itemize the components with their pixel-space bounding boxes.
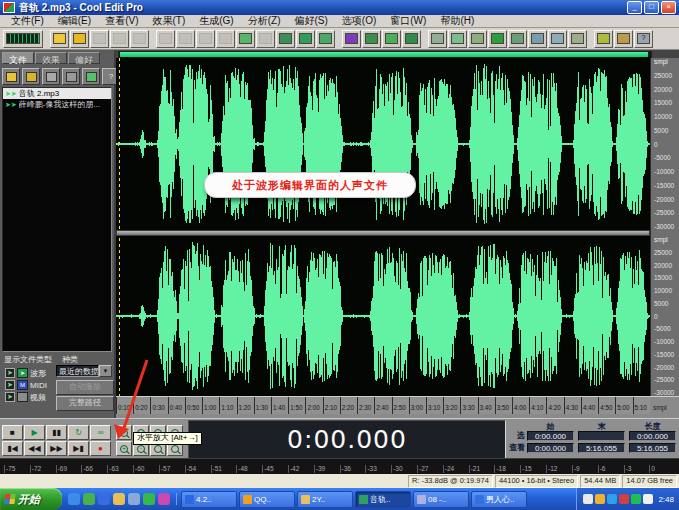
selection-length-field[interactable]: 0:00.000 (629, 431, 676, 441)
go-to-end-button[interactable]: ▶▮ (68, 441, 89, 456)
undo-button[interactable] (156, 30, 175, 48)
frequency-analysis-button[interactable] (528, 30, 547, 48)
qq-music-icon[interactable] (143, 493, 155, 505)
media-player-icon[interactable] (98, 493, 110, 505)
waveform-display[interactable] (116, 58, 650, 396)
start-button[interactable]: 开始 (0, 488, 62, 510)
play-looped-button[interactable]: ↻ (68, 425, 89, 440)
insert-into-cd-project-button[interactable] (82, 68, 100, 85)
new-file-button[interactable] (50, 30, 69, 48)
rewind-button[interactable]: ◀◀ (24, 441, 45, 456)
close-selected-file-button[interactable] (42, 68, 60, 85)
playback-cursor[interactable] (119, 58, 120, 396)
channel-splitter[interactable] (116, 230, 650, 236)
taskbar-task[interactable]: QQ.. (239, 491, 295, 508)
auto-play-button[interactable]: 自动播放 (56, 380, 114, 395)
close-file-button[interactable] (130, 30, 149, 48)
full-paths-button[interactable]: 完整路径 (56, 396, 114, 411)
phase-analysis-button[interactable] (548, 30, 567, 48)
pause-button[interactable]: ▮▮ (46, 425, 67, 440)
view-length-field[interactable]: 5:16.055 (629, 443, 676, 453)
im-icon[interactable] (607, 494, 617, 504)
taskbar-task[interactable]: 4.2.. (181, 491, 237, 508)
menu-item[interactable]: 查看(V) (98, 14, 145, 28)
input-method-icon[interactable] (643, 494, 653, 504)
show-desktop-icon[interactable] (128, 493, 140, 505)
cue-list-button[interactable] (382, 30, 401, 48)
antivirus-icon[interactable] (595, 494, 605, 504)
go-to-beginning-button[interactable]: ▮◀ (2, 441, 23, 456)
chevron-down-icon[interactable]: ▼ (99, 365, 112, 377)
batch-process-button[interactable] (448, 30, 467, 48)
scripts-button[interactable] (428, 30, 447, 48)
help-button[interactable]: ? (634, 30, 653, 48)
open-file-button[interactable] (2, 68, 20, 85)
editor-icon[interactable] (158, 493, 170, 505)
play-list-button[interactable] (402, 30, 421, 48)
timeline-ruler[interactable]: 0:100:200:300:400:501:001:101:201:301:40… (116, 396, 650, 414)
minimize-button[interactable]: _ (627, 1, 642, 14)
menu-item[interactable]: 窗口(W) (383, 14, 433, 28)
loop-preview-button[interactable] (508, 30, 527, 48)
menu-item[interactable]: 偏好(S) (287, 14, 334, 28)
open-append-button[interactable] (22, 68, 40, 85)
open-file-button[interactable] (70, 30, 89, 48)
save-as-button[interactable] (110, 30, 129, 48)
checkbox-波形[interactable]: ➤ (5, 368, 15, 378)
menu-item[interactable]: 效果(T) (145, 14, 192, 28)
selection-end-field[interactable] (578, 431, 625, 441)
device-properties-button[interactable] (614, 30, 633, 48)
multitrack-view-toggle-button[interactable] (3, 30, 43, 48)
menu-item[interactable]: 生成(G) (192, 14, 240, 28)
taskbar-task[interactable]: 男人心.. (471, 491, 527, 508)
fast-forward-button[interactable]: ▶▶ (46, 441, 67, 456)
convert-sample-type-button[interactable] (316, 30, 335, 48)
messenger-icon[interactable] (83, 493, 95, 505)
menu-item[interactable]: 选项(O) (335, 14, 383, 28)
waveform-view-button[interactable] (362, 30, 381, 48)
volume-icon[interactable] (583, 494, 593, 504)
zoom-in-horizontal-button[interactable]: + (116, 425, 132, 440)
cut-button[interactable] (196, 30, 215, 48)
paste-button[interactable] (236, 30, 255, 48)
menu-item[interactable]: 分析(Z) (241, 14, 288, 28)
play-preview-button[interactable] (488, 30, 507, 48)
taskbar-task[interactable]: 2Y.. (297, 491, 353, 508)
taskbar-task[interactable]: 08 -.. (413, 491, 469, 508)
selection-begin-field[interactable]: 0:00.000 (527, 431, 574, 441)
checkbox-MIDI[interactable]: ➤ (5, 380, 15, 390)
zoom-in-vertical-button[interactable]: + (116, 441, 132, 456)
close-button[interactable]: × (661, 1, 676, 14)
menu-item[interactable]: 文件(F) (4, 14, 51, 28)
sort-dropdown[interactable]: 最近的数据 ▼ (56, 365, 112, 377)
play-button[interactable]: ▶ (24, 425, 45, 440)
overview-scrollbar-thumb[interactable] (120, 52, 648, 57)
stop-button[interactable]: ■ (2, 425, 23, 440)
cd-player-button[interactable] (468, 30, 487, 48)
mix-paste-button[interactable] (256, 30, 275, 48)
view-begin-field[interactable]: 0:00.000 (527, 443, 574, 453)
trim-button[interactable] (296, 30, 315, 48)
view-end-field[interactable]: 5:16.055 (578, 443, 625, 453)
file-list[interactable]: ➤➤音轨 2.mp3➤➤薛峰鹏-像我这样的朋... (2, 87, 112, 352)
save-file-button[interactable] (90, 30, 109, 48)
taskbar-task[interactable]: 音轨.. (355, 491, 411, 508)
copy-button[interactable] (216, 30, 235, 48)
file-list-item[interactable]: ➤➤音轨 2.mp3 (3, 88, 111, 99)
organizer-tab-偏好[interactable]: 偏好 (68, 52, 100, 64)
settings-button[interactable] (594, 30, 613, 48)
organizer-tab-文件[interactable]: 文件 (2, 52, 34, 64)
menu-item[interactable]: 编辑(E) (51, 14, 98, 28)
record-button[interactable]: ● (90, 441, 111, 456)
level-meter[interactable]: -75-72-69-66-63-60-57-54-51-48-45-42-39-… (0, 458, 679, 474)
file-list-item[interactable]: ➤➤薛峰鹏-像我这样的朋... (3, 99, 111, 110)
qq-icon[interactable] (631, 494, 641, 504)
internet-explorer-icon[interactable] (68, 493, 80, 505)
spectral-view-button[interactable] (342, 30, 361, 48)
delete-selection-button[interactable] (276, 30, 295, 48)
maximize-button[interactable]: □ (644, 1, 659, 14)
redo-button[interactable] (176, 30, 195, 48)
checkbox-视频[interactable]: ➤ (5, 392, 15, 402)
folder-icon[interactable] (113, 493, 125, 505)
menu-item[interactable]: 帮助(H) (433, 14, 481, 28)
